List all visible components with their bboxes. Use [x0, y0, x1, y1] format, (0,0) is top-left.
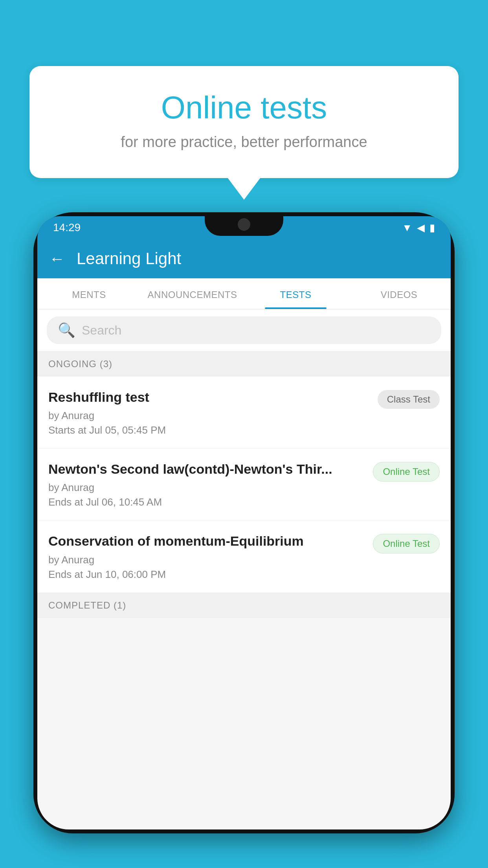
app-header: ← Learning Light [37, 239, 451, 278]
test-item[interactable]: Newton's Second law(contd)-Newton's Thir… [37, 449, 451, 520]
test-time: Ends at Jul 06, 10:45 AM [48, 496, 365, 508]
completed-section-header: COMPLETED (1) [37, 593, 451, 618]
test-author: by Anurag [48, 410, 370, 422]
test-author: by Anurag [48, 554, 365, 566]
test-time: Starts at Jul 05, 05:45 PM [48, 424, 370, 436]
test-badge-online: Online Test [373, 534, 440, 554]
signal-icon: ◀ [417, 222, 425, 234]
test-info: Reshuffling test by Anurag Starts at Jul… [48, 388, 378, 436]
phone-outer: 14:29 ▼ ◀ ▮ ← Learning Light MENTS ANNOU… [33, 212, 455, 833]
app-title: Learning Light [77, 249, 181, 268]
battery-icon: ▮ [429, 222, 435, 234]
test-info: Newton's Second law(contd)-Newton's Thir… [48, 460, 373, 508]
test-info: Conservation of momentum-Equilibrium by … [48, 532, 373, 580]
phone-camera [238, 218, 250, 231]
test-author: by Anurag [48, 482, 365, 494]
test-item[interactable]: Reshuffling test by Anurag Starts at Jul… [37, 377, 451, 449]
search-container: 🔍 Search [37, 309, 451, 351]
test-badge-online: Online Test [373, 462, 440, 482]
speech-bubble: Online tests for more practice, better p… [29, 66, 459, 178]
tab-tests[interactable]: TESTS [244, 278, 347, 309]
test-item[interactable]: Conservation of momentum-Equilibrium by … [37, 520, 451, 592]
search-box[interactable]: 🔍 Search [47, 316, 441, 344]
search-icon: 🔍 [58, 322, 75, 338]
test-time: Ends at Jun 10, 06:00 PM [48, 568, 365, 581]
status-icons: ▼ ◀ ▮ [402, 222, 435, 234]
test-badge-class: Class Test [378, 390, 440, 409]
test-name: Conservation of momentum-Equilibrium [48, 532, 365, 550]
bubble-title: Online tests [61, 90, 427, 126]
phone-screen: ← Learning Light MENTS ANNOUNCEMENTS TES… [37, 239, 451, 829]
tabs-bar: MENTS ANNOUNCEMENTS TESTS VIDEOS [37, 278, 451, 309]
back-button[interactable]: ← [49, 250, 65, 268]
phone-notch [205, 212, 283, 236]
tab-announcements[interactable]: ANNOUNCEMENTS [141, 278, 244, 309]
phone-wrapper: 14:29 ▼ ◀ ▮ ← Learning Light MENTS ANNOU… [33, 212, 455, 868]
test-list: Reshuffling test by Anurag Starts at Jul… [37, 377, 451, 593]
test-name: Newton's Second law(contd)-Newton's Thir… [48, 460, 365, 478]
test-name: Reshuffling test [48, 388, 370, 406]
status-time: 14:29 [53, 221, 81, 234]
ongoing-section-header: ONGOING (3) [37, 351, 451, 377]
tab-videos[interactable]: VIDEOS [347, 278, 451, 309]
tab-ments[interactable]: MENTS [37, 278, 141, 309]
search-placeholder: Search [82, 323, 121, 338]
wifi-icon: ▼ [402, 222, 412, 234]
bubble-subtitle: for more practice, better performance [61, 134, 427, 151]
